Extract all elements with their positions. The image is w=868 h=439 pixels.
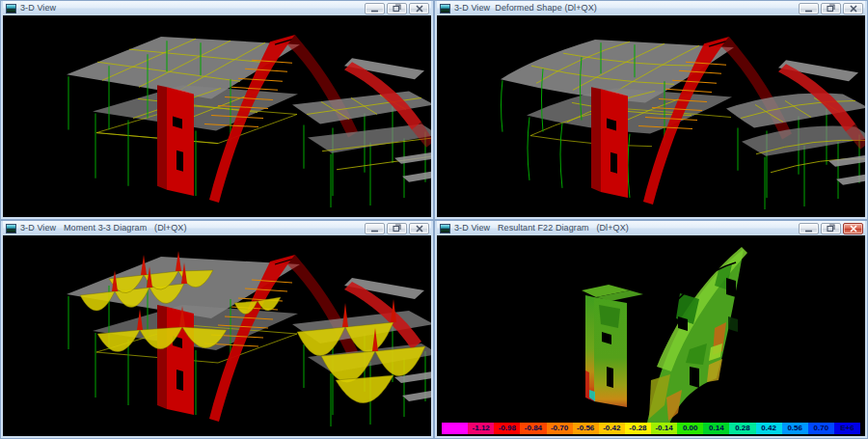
legend-segment: -0.56 [573, 423, 599, 434]
legend-segment: 0.28 [729, 423, 755, 434]
window-title: 3-D View Resultant F22 Diagram (Dl+QX) [454, 221, 799, 235]
window-titlebar[interactable]: 3-D View [3, 1, 431, 15]
window-deformed-shape: 3-D View Deformed Shape (Dl+QX) [434, 0, 868, 220]
model-rendering-f22-contour [437, 235, 865, 436]
legend-segment: 0.00 [677, 423, 703, 434]
restore-button[interactable] [821, 3, 841, 14]
viewport-f22-diagram[interactable]: -1.12-0.98-0.84-0.70-0.56-0.42-0.28-0.14… [437, 235, 865, 436]
viewport-moment-diagram[interactable] [3, 235, 431, 436]
legend-segment: -0.70 [547, 423, 573, 434]
viewport-deformed-shape[interactable] [437, 15, 865, 217]
minimize-button[interactable] [799, 223, 819, 234]
mdi-workspace: 3-D View [0, 0, 868, 439]
legend-segment: -1.12 [468, 423, 494, 434]
close-button[interactable] [843, 3, 863, 14]
model-rendering-moment-diagram [3, 235, 431, 436]
restore-button[interactable] [387, 3, 407, 14]
legend-segment: 0.70 [808, 423, 834, 434]
window-menu-icon[interactable] [440, 4, 450, 14]
minimize-button[interactable] [365, 3, 385, 14]
restore-button[interactable] [821, 223, 841, 234]
window-title: 3-D View Moment 3-3 Diagram (Dl+QX) [20, 221, 365, 235]
legend-segment: -0.42 [599, 423, 625, 434]
legend-segment: 0.14 [703, 423, 729, 434]
window-titlebar[interactable]: 3-D View Deformed Shape (Dl+QX) [437, 1, 865, 15]
window-f22-diagram: 3-D View Resultant F22 Diagram (Dl+QX) [434, 220, 868, 439]
window-menu-icon[interactable] [440, 224, 450, 233]
legend-segment: -0.28 [625, 423, 651, 434]
viewport-3d-view[interactable] [3, 15, 431, 217]
window-titlebar[interactable]: 3-D View Resultant F22 Diagram (Dl+QX) [437, 221, 865, 235]
window-3d-view: 3-D View [0, 0, 434, 220]
legend-segment: -0.14 [651, 423, 677, 434]
window-title: 3-D View [20, 1, 365, 15]
window-titlebar[interactable]: 3-D View Moment 3-3 Diagram (Dl+QX) [3, 221, 431, 235]
minimize-button[interactable] [799, 3, 819, 14]
legend-segment: 0.42 [756, 423, 782, 434]
legend-segment: -0.98 [494, 423, 520, 434]
contour-legend: -1.12-0.98-0.84-0.70-0.56-0.42-0.28-0.14… [442, 423, 860, 434]
model-rendering-deformed-shape [437, 15, 865, 217]
close-button[interactable] [409, 223, 429, 234]
close-button[interactable] [409, 3, 429, 14]
minimize-button[interactable] [365, 223, 385, 234]
window-menu-icon[interactable] [6, 4, 16, 14]
window-title: 3-D View Deformed Shape (Dl+QX) [454, 1, 799, 15]
restore-button[interactable] [387, 223, 407, 234]
window-moment-diagram: 3-D View Moment 3-3 Diagram (Dl+QX) [0, 220, 434, 439]
close-button[interactable] [843, 223, 863, 234]
legend-segment: E+6 [834, 423, 860, 434]
window-menu-icon[interactable] [6, 224, 16, 233]
model-rendering-3d-view [3, 15, 431, 217]
legend-segment: -0.84 [520, 423, 546, 434]
legend-segment: 0.56 [782, 423, 808, 434]
legend-segment [442, 423, 468, 434]
